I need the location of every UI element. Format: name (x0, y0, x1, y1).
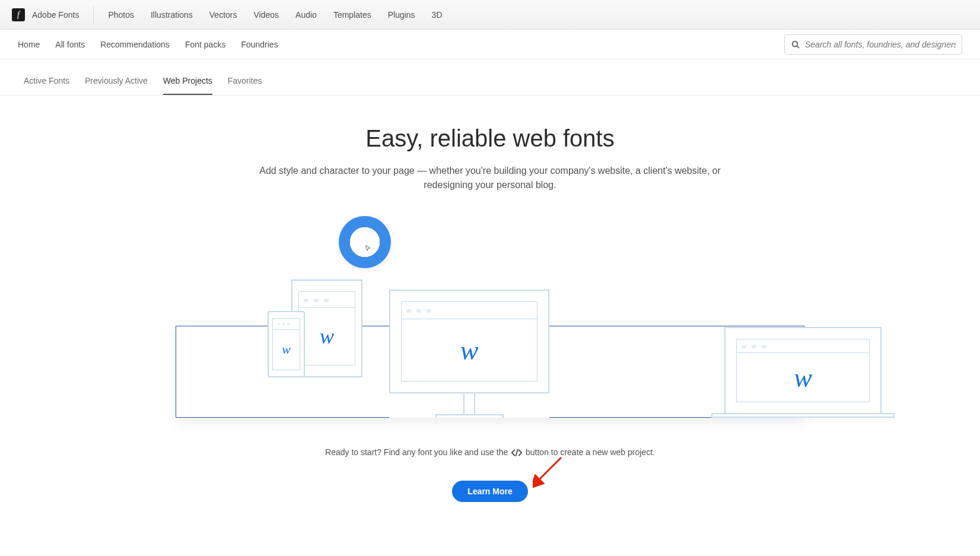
hero-illustration: w w w w w w w w w w w w (176, 216, 804, 418)
svg-line-1 (797, 46, 799, 47)
fonts-nav: Home All fonts Recommendations Font pack… (0, 30, 980, 59)
global-nav: f Adobe Fonts Photos Illustrations Vecto… (0, 0, 980, 30)
adobe-fonts-logo[interactable]: f (12, 8, 25, 21)
hero-title: Easy, reliable web fonts (24, 125, 956, 152)
subnav-home[interactable]: Home (18, 40, 40, 49)
monitor-device-icon: w w w w (389, 290, 549, 418)
subnav-all-fonts[interactable]: All fonts (55, 40, 85, 49)
font-glyph-icon: w (794, 362, 812, 393)
topnav-videos[interactable]: Videos (254, 10, 279, 20)
tab-favorites[interactable]: Favorites (228, 76, 262, 95)
www-label: w w w (278, 322, 290, 326)
hero-subtitle: Add style and character to your page — w… (247, 164, 733, 192)
phone-device-icon: w w w w (268, 311, 305, 377)
subnav-foundries[interactable]: Foundries (241, 40, 278, 49)
svg-line-2 (516, 450, 518, 456)
svg-point-0 (793, 41, 798, 46)
www-label: w w w (742, 342, 768, 350)
topnav-plugins[interactable]: Plugins (388, 10, 415, 20)
account-tabs: Active Fonts Previously Active Web Proje… (24, 59, 956, 95)
code-brackets-icon (511, 449, 522, 457)
tab-web-projects[interactable]: Web Projects (163, 76, 212, 95)
nav-divider (93, 7, 94, 23)
topnav-vectors[interactable]: Vectors (209, 10, 237, 20)
svg-line-3 (537, 457, 561, 481)
cta-instruction: Ready to start? Find any font you like a… (24, 447, 956, 457)
subnav-font-packs[interactable]: Font packs (185, 40, 225, 49)
cta-text-prefix: Ready to start? Find any font you like a… (325, 447, 510, 457)
account-tabs-wrap: Active Fonts Previously Active Web Proje… (0, 59, 980, 96)
fonts-logo-icon: f (17, 10, 20, 20)
app-name[interactable]: Adobe Fonts (32, 10, 79, 20)
subnav-recommendations[interactable]: Recommendations (100, 40, 170, 49)
tab-previously-active[interactable]: Previously Active (85, 76, 148, 95)
loading-spinner-icon (339, 216, 391, 268)
laptop-device-icon: w w w w (724, 327, 882, 418)
topnav-3d[interactable]: 3D (432, 10, 443, 20)
topnav-photos[interactable]: Photos (108, 10, 134, 20)
search-input[interactable] (805, 40, 956, 49)
annotation-arrow-icon (533, 456, 565, 489)
www-label: w w w (406, 307, 433, 314)
font-glyph-icon: w (320, 324, 334, 349)
main-content: Easy, reliable web fonts Add style and c… (0, 96, 980, 538)
topnav-illustrations[interactable]: Illustrations (151, 10, 193, 20)
cursor-icon (364, 244, 373, 253)
font-glyph-icon: w (460, 335, 479, 366)
topnav-templates[interactable]: Templates (333, 10, 371, 20)
topnav-audio[interactable]: Audio (295, 10, 317, 20)
learn-more-button[interactable]: Learn More (452, 481, 527, 502)
search-box[interactable] (784, 34, 962, 55)
www-label: w w w (304, 296, 330, 303)
search-icon (791, 40, 800, 49)
cta-text-suffix: button to create a new web project. (526, 447, 655, 457)
font-glyph-icon: w (282, 342, 291, 357)
tab-active-fonts[interactable]: Active Fonts (24, 76, 69, 95)
